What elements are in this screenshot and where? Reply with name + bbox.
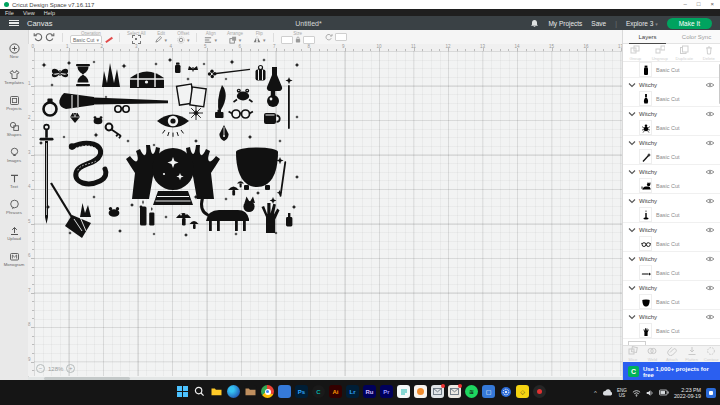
minimize-button[interactable]: –: [684, 0, 687, 9]
contour-button[interactable]: Contour: [701, 346, 720, 362]
layer-row[interactable]: Basic Cut: [623, 178, 720, 193]
layer-row[interactable]: Basic Cut: [623, 265, 720, 280]
wifi-icon[interactable]: [632, 389, 641, 397]
chevron-down-icon[interactable]: [628, 227, 636, 233]
chevron-down-icon[interactable]: [628, 314, 636, 320]
layer-group-row[interactable]: Witchy: [623, 222, 720, 236]
layer-group-row[interactable]: Witchy: [623, 193, 720, 207]
delete-button[interactable]: Delete: [697, 44, 720, 61]
settings-icon[interactable]: [499, 385, 512, 398]
layer-row[interactable]: Basic Cut: [623, 120, 720, 135]
sidebar-item-text[interactable]: Text: [0, 168, 28, 194]
layer-row[interactable]: Basic Cut: [623, 149, 720, 164]
edge-browser-icon[interactable]: [227, 385, 240, 398]
attach-button[interactable]: Attach: [662, 346, 682, 362]
sidebar-item-new[interactable]: New: [0, 38, 28, 64]
layer-group-row[interactable]: Witchy: [623, 280, 720, 294]
group-button[interactable]: Group: [623, 44, 648, 61]
redo-button[interactable]: [44, 30, 60, 44]
messages-icon[interactable]: [448, 385, 461, 398]
mail-icon[interactable]: [431, 385, 444, 398]
operation-dropdown[interactable]: Basic Cut▾: [70, 35, 102, 44]
visibility-eye-icon[interactable]: [705, 111, 715, 117]
sidebar-item-templates[interactable]: Templates: [0, 64, 28, 90]
ungroup-button[interactable]: Ungroup: [648, 44, 673, 61]
search-icon[interactable]: [193, 385, 206, 398]
layer-row[interactable]: Basic Cut: [623, 236, 720, 251]
chevron-down-icon[interactable]: [628, 82, 636, 88]
layer-group-row[interactable]: Witchy: [623, 77, 720, 91]
visibility-eye-icon[interactable]: [705, 227, 715, 233]
rotate-input[interactable]: [335, 33, 347, 41]
photoshop-icon[interactable]: Ps: [295, 385, 308, 398]
sidebar-item-images[interactable]: Images: [0, 142, 28, 168]
visibility-eye-icon[interactable]: [705, 169, 715, 175]
flip-dropdown[interactable]: ▾: [253, 36, 266, 44]
menu-view[interactable]: View: [23, 10, 35, 16]
maximize-button[interactable]: □: [697, 0, 701, 9]
sidebar-item-monogram[interactable]: Monogram: [0, 246, 28, 272]
color-pen-icon[interactable]: [104, 36, 112, 44]
chevron-down-icon[interactable]: [628, 285, 636, 291]
start-button-icon[interactable]: [176, 385, 189, 398]
close-button[interactable]: ×: [710, 0, 714, 9]
battery-icon[interactable]: [659, 389, 669, 396]
visibility-eye-icon[interactable]: [705, 314, 715, 320]
visibility-eye-icon[interactable]: [705, 256, 715, 262]
layer-row[interactable]: Basic Cut: [623, 91, 720, 106]
canvas-label[interactable]: Canvas: [27, 19, 52, 28]
sidebar-item-shapes[interactable]: Shapes: [0, 116, 28, 142]
layer-row[interactable]: Basic Cut: [623, 294, 720, 309]
make-it-button[interactable]: Make It: [667, 18, 712, 29]
illustrator-icon[interactable]: Ai: [329, 385, 342, 398]
sidebar-item-phrases[interactable]: Phrases: [0, 194, 28, 220]
recorder-icon[interactable]: [533, 385, 546, 398]
my-projects-link[interactable]: My Projects: [548, 20, 582, 27]
visibility-eye-icon[interactable]: [705, 140, 715, 146]
hamburger-menu-icon[interactable]: [9, 20, 19, 27]
layer-row[interactable]: Basic Cut: [623, 62, 720, 77]
clock[interactable]: 2:23 PM2022-09-19: [674, 387, 701, 399]
premiere-rush-icon[interactable]: Ru: [363, 385, 376, 398]
zoom-out-button[interactable]: −: [36, 364, 45, 373]
height-input[interactable]: [303, 36, 315, 44]
chevron-down-icon[interactable]: [628, 256, 636, 262]
width-input[interactable]: [281, 36, 293, 44]
language-indicator[interactable]: ENGUS: [617, 388, 627, 398]
shortcuts-app-icon[interactable]: ◇: [516, 385, 529, 398]
offset-dropdown[interactable]: ▾: [177, 36, 190, 44]
zoom-in-button[interactable]: +: [66, 364, 75, 373]
slice-button[interactable]: Slice: [623, 346, 643, 362]
spotify-icon[interactable]: ≋: [465, 385, 478, 398]
sidebar-item-projects[interactable]: Projects: [0, 90, 28, 116]
lightroom-icon[interactable]: Lr: [346, 385, 359, 398]
visibility-eye-icon[interactable]: [705, 285, 715, 291]
premiere-icon[interactable]: Pr: [380, 385, 393, 398]
align-dropdown[interactable]: ▾: [204, 36, 217, 44]
witchy-collage-design[interactable]: [36, 57, 301, 239]
tab-layers[interactable]: Layers: [623, 30, 672, 43]
chevron-down-icon[interactable]: [628, 169, 636, 175]
chevron-down-icon[interactable]: [628, 198, 636, 204]
layer-group-row[interactable]: Witchy: [623, 164, 720, 178]
save-link[interactable]: Save: [591, 20, 606, 27]
blue-app-icon[interactable]: [278, 385, 291, 398]
layer-row[interactable]: Basic Cut: [623, 207, 720, 222]
select-all-button[interactable]: [132, 35, 141, 44]
notes-app-icon[interactable]: [397, 385, 410, 398]
chevron-down-icon[interactable]: [628, 111, 636, 117]
tab-color-sync[interactable]: Color Sync: [672, 30, 720, 43]
folder-shortcut-icon[interactable]: [244, 385, 257, 398]
chevron-down-icon[interactable]: [628, 140, 636, 146]
visibility-eye-icon[interactable]: [705, 198, 715, 204]
chrome-icon[interactable]: [261, 385, 274, 398]
edit-dropdown[interactable]: ▾: [155, 36, 167, 44]
blank-canvas-row[interactable]: Blank Canvas: [623, 338, 720, 345]
lock-icon[interactable]: [295, 36, 301, 43]
menu-help[interactable]: Help: [44, 10, 55, 16]
arrange-dropdown[interactable]: ▾: [229, 36, 242, 44]
visibility-eye-icon[interactable]: [705, 82, 715, 88]
duplicate-button[interactable]: Duplicate: [672, 44, 697, 61]
volume-icon[interactable]: [646, 389, 654, 397]
notifications-bell-icon[interactable]: [530, 19, 539, 28]
